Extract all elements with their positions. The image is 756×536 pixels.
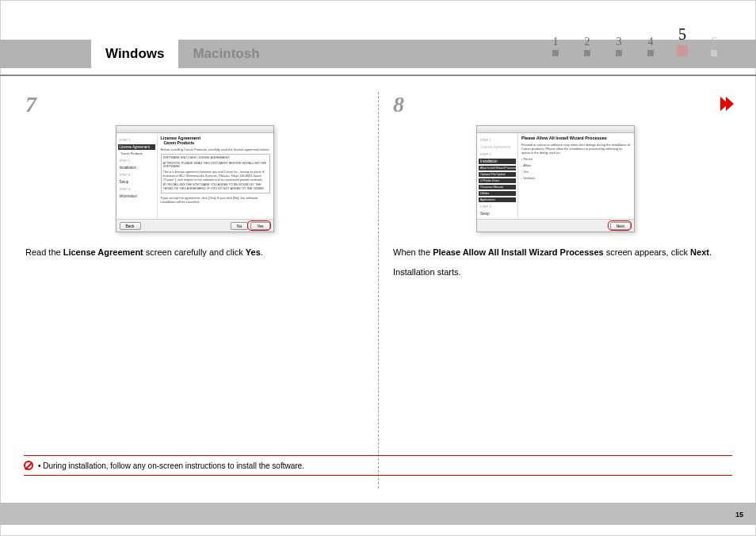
sidebar-item-license: License Agreement [118,144,155,150]
dialog-button-bar: Next [477,219,634,232]
sidebar-item-installation: Installation [479,159,516,164]
note-divider-top [24,455,732,456]
step-8-column: 8 STEP 1 License Agreement STEP 2 Instal… [378,92,732,488]
page-number: 15 [735,511,743,519]
bullet-item: - Unblock [521,176,631,180]
dialog-title: Please Allow All Install Wizard Processe… [521,136,631,140]
dialog-titlebar [477,126,634,133]
progress-step-3: 3 [613,36,624,56]
footer-band [0,503,756,525]
sidebar-subitem: Canon Products [118,151,155,156]
progress-step-1: 1 [550,36,561,56]
sidebar-subitem: On-screen Manual [479,185,516,190]
tab-macintosh[interactable]: Macintosh [178,40,273,68]
bullet-item: - Allow [521,163,631,167]
step-8-caption-2: Installation starts. [393,266,718,278]
sidebar-header: STEP 4 [118,186,155,192]
license-agreement-dialog: STEP 1 License Agreement Canon Products … [116,125,274,232]
dialog-main: License Agreement Canon Products Before … [158,133,273,219]
dialog-main: Please Allow All Install Wizard Processe… [518,133,634,219]
note-text: • During installation, follow any on-scr… [38,461,304,470]
sidebar-subitem: Allow Install Wizard Processes [479,166,516,170]
dialog-button-bar: Back No Yes [116,219,273,232]
os-tabs: Windows Macintosh [91,40,274,68]
sidebar-item-license: License Agreement [479,144,516,150]
sidebar-subitem: Applications [479,197,516,202]
progress-step-5: 5 [677,25,688,56]
dialog-subtitle: Canon Products [164,140,270,145]
sidebar-item-setup: Setup [118,179,155,185]
sidebar-subitem: Utilities [479,191,516,196]
dialog-paragraph: Before installing Canon Products, carefu… [161,147,270,151]
progress-step-2: 2 [582,36,593,56]
step-number-7: 7 [25,92,364,117]
sidebar-header: STEP 3 [479,204,516,209]
highlight-callout [247,220,271,231]
progress-stepper: 1 2 3 4 5 6 [550,25,720,56]
no-button[interactable]: No [231,222,248,230]
license-text-box: SOFTWARE END USER LICENSE AGREEMENT ATTE… [161,154,270,193]
sidebar-item-setup: Setup [479,211,516,216]
sidebar-header: STEP 2 [479,151,516,157]
step-7-column: 7 STEP 1 License Agreement Canon Product… [24,92,378,488]
dialog-sidebar: STEP 1 License Agreement Canon Products … [116,133,158,219]
sidebar-header: STEP 3 [118,172,155,178]
dialog-paragraph: Firewall or anti-virus software may show… [521,143,631,155]
sidebar-item-information: Information [118,193,155,199]
sidebar-header: STEP 2 [118,158,155,163]
dialog-titlebar [116,126,273,133]
sidebar-header: STEP 1 [479,137,516,143]
dialog-paragraph: If you accept the agreement, click [Yes]… [161,196,270,204]
step-7-caption: Read the License Agreement screen carefu… [25,247,364,258]
sidebar-header: STEP 1 [118,137,155,143]
header-divider [0,75,756,76]
note-divider-bottom [24,475,732,476]
back-button[interactable]: Back [120,222,141,230]
sidebar-subitem: IJ Printer Driver [479,178,516,183]
bullet-item: - Yes [521,170,631,174]
progress-step-4: 4 [645,36,656,56]
highlight-callout [608,220,632,231]
bullet-item: - Permit [521,157,631,161]
step-8-caption: When the Please Allow All Install Wizard… [393,247,718,258]
sidebar-item-installation: Installation [118,165,155,170]
sidebar-subitem: Optional File Update [479,172,516,177]
progress-step-6: 6 [708,36,720,56]
step-number-8: 8 [393,92,718,117]
tab-windows[interactable]: Windows [91,40,178,68]
note-section: • During installation, follow any on-scr… [24,455,732,479]
allow-processes-dialog: STEP 1 License Agreement STEP 2 Installa… [476,125,635,232]
dialog-sidebar: STEP 1 License Agreement STEP 2 Installa… [477,133,518,219]
prohibition-icon [24,461,33,470]
